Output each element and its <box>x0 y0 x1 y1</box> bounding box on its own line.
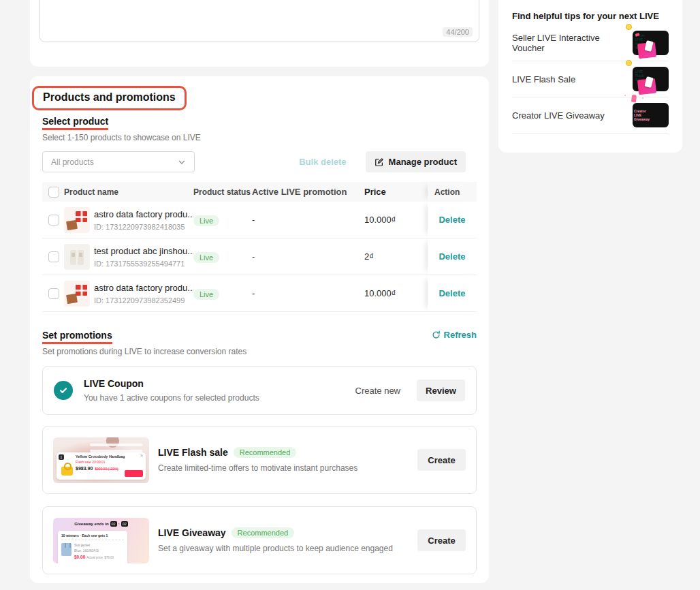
tip-label: Creator LIVE Giveaway <box>512 110 605 121</box>
row-checkbox[interactable] <box>48 288 59 299</box>
active-promotion-value: - <box>252 251 364 262</box>
delete-button[interactable]: Delete <box>439 288 465 298</box>
set-promotions-header: Set promotions Refresh <box>42 330 477 344</box>
live-flash-sale-card: 1 × Yellow Crossbody Handbag Flash sale … <box>42 426 477 494</box>
char-counter: 44/200 <box>443 27 473 37</box>
column-price: Price <box>364 187 428 197</box>
product-id: ID: 1731755539255494771 <box>94 260 193 268</box>
product-image <box>64 281 90 307</box>
tip-item-seller-voucher[interactable]: Seller LIVE Interactive Voucher Seller L… <box>512 25 669 61</box>
preview-winners-text: 10 winners · Each one gets 1 <box>61 533 124 540</box>
table-row: test product abc jinshou... ID: 17317555… <box>42 238 477 275</box>
product-toolbar: All products Bulk delete Manage product <box>42 151 477 172</box>
preview-original-price: $999.99 (-20%) <box>95 467 118 471</box>
coupon-title: LIVE Coupon <box>84 378 259 389</box>
preview-actual-price: Actual price: $78.00 <box>86 556 114 559</box>
preview-buy-button <box>125 470 143 477</box>
description-textarea[interactable]: 44/200 <box>39 0 479 42</box>
set-promotions-subtitle: Set promotions during LIVE to increase c… <box>42 347 477 356</box>
refresh-icon <box>432 330 441 339</box>
active-promotion-value: - <box>252 215 364 225</box>
select-product-subtitle: Select 1-150 products to showcase on LIV… <box>42 133 477 142</box>
select-product-heading: Select product <box>42 116 108 130</box>
giveaway-preview-image: Giveaway ends in 02 : 02 10 winners · Ea… <box>53 518 149 563</box>
flash-sale-preview-image: 1 × Yellow Crossbody Handbag Flash sale … <box>53 437 149 483</box>
product-name: astro data factory produ... <box>94 283 193 293</box>
tip-label: LIVE Flash Sale <box>512 74 575 84</box>
manage-product-button[interactable]: Manage product <box>366 151 466 172</box>
recommended-badge: Recommended <box>232 527 295 538</box>
product-name: astro data factory produ... <box>94 209 193 219</box>
product-filter-value: All products <box>51 157 94 167</box>
product-filter-select[interactable]: All products <box>42 151 195 172</box>
delete-button[interactable]: Delete <box>439 215 465 225</box>
column-action: Action <box>428 182 477 202</box>
refresh-button[interactable]: Refresh <box>432 330 477 340</box>
review-button[interactable]: Review <box>417 379 465 401</box>
preview-price: $983.90 <box>76 466 93 471</box>
price-value: 10.000₫ <box>364 288 428 298</box>
tip-label: Seller LIVE Interactive Voucher <box>512 33 633 53</box>
jacket-image <box>61 543 71 556</box>
recommended-badge: Recommended <box>234 447 297 458</box>
coupon-subtitle: You have 1 active coupons for selected p… <box>84 393 259 403</box>
annotation-box-section-title: Products and promotions <box>32 86 187 110</box>
bulk-delete-button[interactable]: Bulk delete <box>299 157 346 167</box>
table-row: astro data factory produ... ID: 17312209… <box>42 202 477 238</box>
giveaway-description: Set a giveaway with multiple products to… <box>158 544 393 553</box>
section-title: Products and promotions <box>43 91 176 104</box>
create-new-link[interactable]: Create new <box>355 386 400 396</box>
preview-product-name: Suit jacket <box>74 543 114 547</box>
live-setup-page: { "description_card": { "char_counter": … <box>0 0 700 590</box>
product-table-header: Product name Product status Active LIVE … <box>42 182 477 202</box>
active-promotion-value: - <box>252 288 364 298</box>
tips-list: Seller LIVE Interactive Voucher Seller L… <box>512 25 669 134</box>
preview-price: $0.00 <box>74 555 85 559</box>
tip-thumbnail-voucher: Seller LIVE Interactive Voucher <box>633 31 669 55</box>
tip-item-flash-sale[interactable]: LIVE Flash Sale LIVE Flash Sale <box>512 61 669 97</box>
preview-rank-badge: 1 <box>59 454 64 460</box>
preview-timer-min: 02 <box>110 521 117 527</box>
tips-panel-title: Find helpful tips for your next LIVE <box>512 11 669 21</box>
create-giveaway-button[interactable]: Create <box>417 529 466 551</box>
product-image <box>64 244 90 270</box>
preview-product-name: Yellow Crossbody Handbag <box>76 454 142 459</box>
close-icon: × <box>140 453 143 458</box>
preview-countdown-label: Giveaway ends in <box>74 522 108 526</box>
delete-button[interactable]: Delete <box>439 251 465 262</box>
tip-item-creator-giveaway[interactable]: Creator LIVE Giveaway Creator LIVE Givea… <box>512 97 669 134</box>
product-name: test product abc jinshou... <box>94 246 193 256</box>
select-all-checkbox[interactable] <box>48 187 59 198</box>
manage-product-label: Manage product <box>389 157 457 167</box>
status-badge: Live <box>193 289 219 300</box>
preview-variant: Blue, 160/80A/S <box>74 548 114 553</box>
table-row: astro data factory produ... ID: 17312209… <box>42 275 477 312</box>
status-badge: Live <box>193 252 219 263</box>
column-product-name: Product name <box>64 187 193 197</box>
tips-panel: Find helpful tips for your next LIVE Sel… <box>498 0 682 153</box>
edit-square-icon <box>375 157 384 167</box>
column-product-status: Product status <box>193 187 252 197</box>
giveaway-title: LIVE Giveaway <box>158 527 226 538</box>
row-checkbox[interactable] <box>48 251 59 262</box>
handbag-image <box>61 467 73 476</box>
flash-sale-title: LIVE Flash sale <box>158 447 228 458</box>
status-badge: Live <box>193 215 219 226</box>
product-id: ID: 1731220973982418035 <box>94 223 193 231</box>
preview-flash-countdown: Flash sale 23:09:01 <box>76 460 142 464</box>
chevron-down-icon <box>178 158 186 166</box>
row-checkbox[interactable] <box>48 215 59 226</box>
preview-timer-separator: : <box>118 522 120 526</box>
price-value: 10.000₫ <box>364 215 428 225</box>
create-flash-sale-button[interactable]: Create <box>417 449 466 471</box>
products-promotions-card: Products and promotions Select product S… <box>30 76 489 583</box>
main-column: 44/200 Products and promotions Select pr… <box>30 0 489 583</box>
set-promotions-heading: Set promotions <box>42 330 112 344</box>
flash-sale-description: Create limited-time offers to motivate i… <box>158 463 357 473</box>
price-value: 2₫ <box>364 251 428 262</box>
product-image <box>64 207 90 233</box>
preview-timer-sec: 02 <box>121 521 128 527</box>
tip-thumbnail-giveaway: Creator LIVE Giveaway <box>633 103 669 127</box>
tip-thumbnail-flash-sale: LIVE Flash Sale <box>633 67 669 91</box>
column-active-promotion: Active LIVE promotion <box>252 187 364 197</box>
